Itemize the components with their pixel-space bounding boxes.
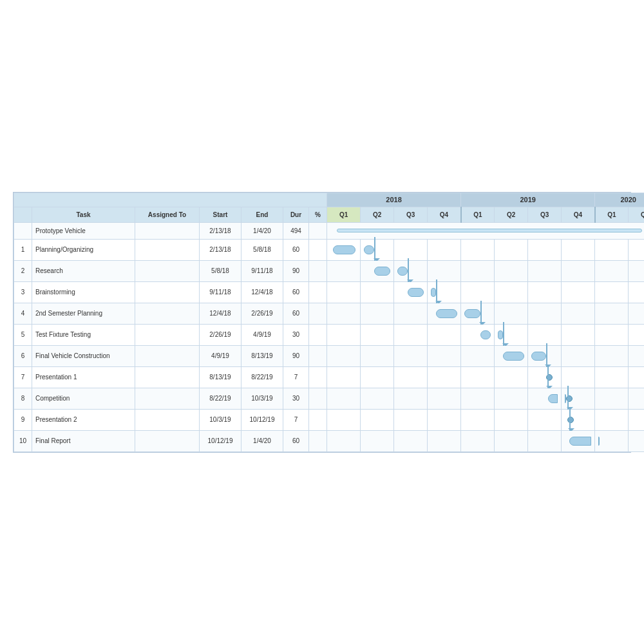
gantt-q1-2019-r10 <box>461 430 495 451</box>
q2-2020-header: Q2 <box>629 207 644 222</box>
gantt-q1-2019-r2 <box>461 260 495 281</box>
gantt-q1-2018-r2 <box>327 260 361 281</box>
gantt-q2-2020-r8 <box>629 388 644 409</box>
gantt-q1-2020-r9 <box>595 409 629 430</box>
row-pct <box>309 303 327 324</box>
gantt-q1-2020-r8 <box>595 388 629 409</box>
row-num <box>14 222 32 239</box>
gantt-q1-2018-r4 <box>327 303 361 324</box>
q3-2018-header: Q3 <box>394 207 428 222</box>
gantt-q2-2020-r4 <box>629 303 644 324</box>
row-end: 9/11/18 <box>242 260 283 281</box>
gantt-q2-2018-r4 <box>361 303 394 324</box>
gantt-q1-2018-r3 <box>327 281 361 303</box>
gantt-q2-2018-r5 <box>361 324 394 345</box>
row-start: 8/13/19 <box>200 366 242 388</box>
gantt-q1-2018 <box>327 239 361 260</box>
gantt-q4-2019-r3 <box>562 281 595 303</box>
row-pct <box>309 324 327 345</box>
col-pct-header: % <box>309 207 327 222</box>
col-start-header: Start <box>200 207 242 222</box>
gantt-q3-2019-r2 <box>528 260 562 281</box>
row-num: 2 <box>14 260 32 281</box>
year-2020: 2020 <box>595 193 644 207</box>
col-task-header: Task <box>32 207 135 222</box>
row-num: 6 <box>14 345 32 366</box>
gantt-q2-2018-r9 <box>361 409 394 430</box>
gantt-q3-2018-r5 <box>394 324 428 345</box>
gantt-q2-2020-r6 <box>629 345 644 366</box>
row-start: 12/4/18 <box>200 303 242 324</box>
row-pct <box>309 260 327 281</box>
gantt-q1-2018-r5 <box>327 324 361 345</box>
gantt-q3-2018-r3 <box>394 281 428 303</box>
row-start: 2/13/18 <box>200 222 242 239</box>
row-dur: 90 <box>283 345 309 366</box>
row-assign <box>135 430 200 451</box>
gantt-q2-2018-r10 <box>361 430 394 451</box>
gantt-q1-2020-r10 <box>595 430 629 451</box>
row-assign <box>135 409 200 430</box>
gantt-q4-2018-r8 <box>428 388 461 409</box>
gantt-q2-2019-r3 <box>495 281 528 303</box>
row-dur: 60 <box>283 430 309 451</box>
row-dur: 60 <box>283 239 309 260</box>
row-num: 9 <box>14 409 32 430</box>
gantt-q2-2019-r6 <box>495 345 528 366</box>
row-task: Presentation 1 <box>32 366 135 388</box>
row-pct <box>309 281 327 303</box>
row-start: 10/3/19 <box>200 409 242 430</box>
gantt-q1-2020-r2 <box>595 260 629 281</box>
gantt-q1-2020-r1 <box>595 239 629 260</box>
row-pct <box>309 430 327 451</box>
gantt-q2-2019-r7 <box>495 366 528 388</box>
row-dur: 7 <box>283 366 309 388</box>
row-start: 8/22/19 <box>200 388 242 409</box>
year-2019: 2019 <box>461 193 595 207</box>
gantt-q2-2019-r4 <box>495 303 528 324</box>
row-end: 2/26/19 <box>242 303 283 324</box>
gantt-q2-2020-r7 <box>629 366 644 388</box>
gantt-q4-2019-r5 <box>562 324 595 345</box>
gantt-q4-2018-r6 <box>428 345 461 366</box>
row-pct <box>309 388 327 409</box>
row-assign <box>135 366 200 388</box>
gantt-q4-2019-r7 <box>562 366 595 388</box>
row-end: 10/12/19 <box>242 409 283 430</box>
row-pct <box>309 239 327 260</box>
table-row: 4 2nd Semester Planning 12/4/18 2/26/19 … <box>14 303 645 324</box>
row-num: 3 <box>14 281 32 303</box>
gantt-q2-2019-r1 <box>495 239 528 260</box>
row-start: 2/13/18 <box>200 239 242 260</box>
gantt-q1-2018-r8 <box>327 388 361 409</box>
row-end: 12/4/18 <box>242 281 283 303</box>
gantt-q2-2018-r8 <box>361 388 394 409</box>
gantt-q2-2019-r2 <box>495 260 528 281</box>
year-header-row: 2018 2019 2020 <box>14 193 645 207</box>
row-task: Research <box>32 260 135 281</box>
gantt-q3-2019-r1 <box>528 239 562 260</box>
q1-2018-header: Q1 <box>327 207 361 222</box>
gantt-q2-2018-r6 <box>361 345 394 366</box>
gantt-q4-2019-r10 <box>562 430 595 451</box>
gantt-q2-2018-r3 <box>361 281 394 303</box>
row-assign <box>135 260 200 281</box>
table-row: 8 Competition 8/22/19 10/3/19 30 <box>14 388 645 409</box>
row-start: 9/11/18 <box>200 281 242 303</box>
row-pct <box>309 409 327 430</box>
gantt-q2-2020-r3 <box>629 281 644 303</box>
row-dur: 90 <box>283 260 309 281</box>
column-header-row: Task Assigned To Start End Dur % Q1 Q2 Q… <box>14 207 645 222</box>
col-dur-header: Dur <box>283 207 309 222</box>
row-num: 8 <box>14 388 32 409</box>
row-dur: 7 <box>283 409 309 430</box>
row-num: 5 <box>14 324 32 345</box>
gantt-q3-2018-r8 <box>394 388 428 409</box>
gantt-q4-2019-r6 <box>562 345 595 366</box>
gantt-q1-2019-r7 <box>461 366 495 388</box>
row-dur: 60 <box>283 303 309 324</box>
gantt-q1-2019-r9 <box>461 409 495 430</box>
gantt-q1-2020-r7 <box>595 366 629 388</box>
row-dur: 30 <box>283 324 309 345</box>
table-row: 3 Brainstorming 9/11/18 12/4/18 60 <box>14 281 645 303</box>
